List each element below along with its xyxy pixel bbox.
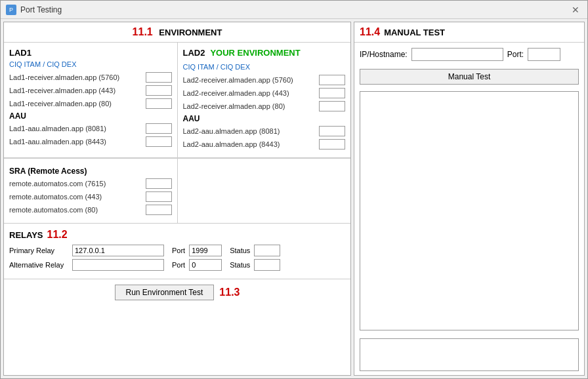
lad2-row-1-label: Lad2-receiver.almaden.app (5760) (183, 76, 317, 84)
primary-port-input[interactable] (189, 245, 222, 256)
main-content: 11.1 ENVIRONMENT LAD1 CIQ ITAM / CIQ DEX… (1, 19, 587, 378)
close-button[interactable]: ✕ (569, 3, 582, 16)
primary-relay-input[interactable] (72, 245, 164, 256)
manual-test-panel: 11.4 MANUAL TEST IP/Hostname: Port: Manu… (354, 22, 585, 376)
lad1-row-1-status (146, 72, 172, 83)
manual-test-version-label: 11.4 (360, 26, 380, 38)
ip-hostname-input[interactable] (411, 48, 503, 61)
sra-row-3: remote.automatos.com (80) (9, 205, 172, 215)
sra-row-1: remote.automatos.com (7615) (9, 178, 172, 189)
env-version-label: 11.1 (133, 26, 153, 37)
lad1-row-3: Lad1-receiver.almaden.app (80) (9, 98, 172, 109)
alternative-relay-input[interactable] (72, 259, 164, 271)
manual-test-header: 11.4 MANUAL TEST (354, 22, 584, 43)
lad2-aau-row-2: Lad2-aau.almaden.app (8443) (183, 139, 346, 150)
lad2-aau-row-1-label: Lad2-aau.almaden.app (8081) (183, 127, 317, 135)
ip-hostname-label: IP/Hostname: (360, 50, 408, 59)
manual-port-input[interactable] (528, 48, 560, 61)
relays-label: RELAYS (9, 230, 43, 240)
alternative-relay-label: Alternative Relay (9, 261, 68, 269)
lad1-aau-row-1-status (146, 123, 172, 134)
lad2-aau-row-2-status (319, 139, 345, 150)
manual-test-output-large (360, 91, 579, 330)
sra-row-2-status (146, 191, 172, 202)
sra-section: SRA (Remote Acess) remote.automatos.com … (4, 158, 350, 223)
alternative-relay-row: Alternative Relay Port Status (9, 259, 345, 271)
sra-row-3-status (146, 205, 172, 215)
lad2-your-env: YOUR ENVIRONMENT (210, 48, 300, 58)
lad2-row-1: Lad2-receiver.almaden.app (5760) (183, 75, 346, 85)
manual-test-output-small (360, 338, 579, 371)
lad1-row-2-label: Lad1-receiver.almaden.app (443) (9, 87, 143, 94)
sra-panel: SRA (Remote Acess) remote.automatos.com … (4, 159, 178, 223)
lad1-aau-row-1: Lad1-aau.almaden.app (8081) (9, 123, 172, 134)
sra-row-2-label: remote.automatos.com (443) (9, 193, 143, 201)
sra-row-3-label: remote.automatos.com (80) (9, 206, 143, 214)
lad2-row-2-label: Lad2-receiver.almaden.app (443) (183, 89, 317, 97)
lad1-row-3-label: Lad1-receiver.almaden.app (80) (9, 100, 143, 108)
sra-right-empty (178, 159, 351, 223)
main-window: P Port Testing ✕ 11.1 ENVIRONMENT LAD1 C… (0, 0, 588, 379)
relays-title-row: RELAYS 11.2 (9, 229, 345, 241)
lad1-row-2-status (146, 85, 172, 96)
lad2-row-2: Lad2-receiver.almaden.app (443) (183, 88, 346, 98)
lad2-title: LAD2 (183, 48, 205, 58)
lad2-row-2-status (319, 88, 345, 98)
alternative-port-label: Port (172, 261, 185, 269)
primary-relay-label: Primary Relay (9, 247, 68, 254)
lad1-row-1: Lad1-receiver.almaden.app (5760) (9, 72, 172, 83)
lad1-aau-row-1-label: Lad1-aau.almaden.app (8081) (9, 125, 143, 132)
manual-test-title: MANUAL TEST (384, 28, 445, 37)
primary-port-label: Port (172, 247, 185, 254)
alternative-status-label: Status (230, 261, 250, 269)
lad2-row-3-label: Lad2-receiver.almaden.app (80) (183, 102, 317, 110)
lad1-aau-row-2-status (146, 136, 172, 147)
lad2-subtitle: CIQ ITAM / CIQ DEX (183, 63, 346, 71)
environment-header: 11.1 ENVIRONMENT (4, 22, 350, 43)
lad2-panel: LAD2 YOUR ENVIRONMENT CIQ ITAM / CIQ DEX… (178, 43, 351, 157)
alternative-status-box (254, 259, 280, 271)
sra-row-2: remote.automatos.com (443) (9, 191, 172, 202)
lad-section: LAD1 CIQ ITAM / CIQ DEX Lad1-receiver.al… (4, 43, 350, 158)
relays-version-label: 11.2 (47, 229, 68, 241)
lad2-row-3-status (319, 101, 345, 111)
lad1-row-2: Lad1-receiver.almaden.app (443) (9, 85, 172, 96)
lad1-aau-label: AAU (9, 111, 172, 121)
primary-relay-row: Primary Relay Port Status (9, 245, 345, 256)
run-environment-test-button[interactable]: Run Environment Test (115, 285, 215, 300)
lad1-panel: LAD1 CIQ ITAM / CIQ DEX Lad1-receiver.al… (4, 43, 178, 157)
app-icon: P (6, 5, 16, 15)
manual-test-btn-row: Manual Test (354, 66, 584, 87)
lad2-aau-row-1-status (319, 126, 345, 136)
lad2-row-1-status (319, 75, 345, 85)
sra-row-1-label: remote.automatos.com (7615) (9, 180, 143, 188)
alternative-port-input[interactable] (189, 259, 222, 271)
lad1-aau-row-2-label: Lad1-aau.almaden.app (8443) (9, 138, 143, 146)
title-bar: P Port Testing ✕ (1, 1, 587, 19)
manual-test-form: IP/Hostname: Port: (354, 43, 584, 66)
manual-test-button[interactable]: Manual Test (360, 69, 579, 85)
environment-title: ENVIRONMENT (159, 28, 222, 37)
lad2-aau-label: AAU (183, 114, 346, 123)
lad1-aau-row-2: Lad1-aau.almaden.app (8443) (9, 136, 172, 147)
lad1-row-3-status (146, 98, 172, 109)
port-label: Port: (507, 50, 524, 59)
lad2-aau-row-2-label: Lad2-aau.almaden.app (8443) (183, 140, 317, 148)
lad1-subtitle: CIQ ITAM / CIQ DEX (9, 60, 172, 68)
environment-panel: 11.1 ENVIRONMENT LAD1 CIQ ITAM / CIQ DEX… (3, 22, 351, 376)
window-title: Port Testing (20, 5, 62, 14)
primary-status-label: Status (230, 247, 250, 254)
primary-status-box (254, 245, 280, 256)
lad1-row-1-label: Lad1-receiver.almaden.app (5760) (9, 73, 143, 81)
run-test-section: Run Environment Test 11.3 (4, 279, 350, 306)
title-bar-left: P Port Testing (6, 5, 62, 15)
relays-section: RELAYS 11.2 Primary Relay Port Status Al… (4, 223, 350, 279)
lad2-aau-row-1: Lad2-aau.almaden.app (8081) (183, 126, 346, 136)
lad1-title: LAD1 (9, 48, 172, 58)
sra-row-1-status (146, 178, 172, 189)
lad2-row-3: Lad2-receiver.almaden.app (80) (183, 101, 346, 111)
run-test-version-label: 11.3 (219, 287, 240, 298)
sra-title: SRA (Remote Acess) (9, 167, 172, 176)
